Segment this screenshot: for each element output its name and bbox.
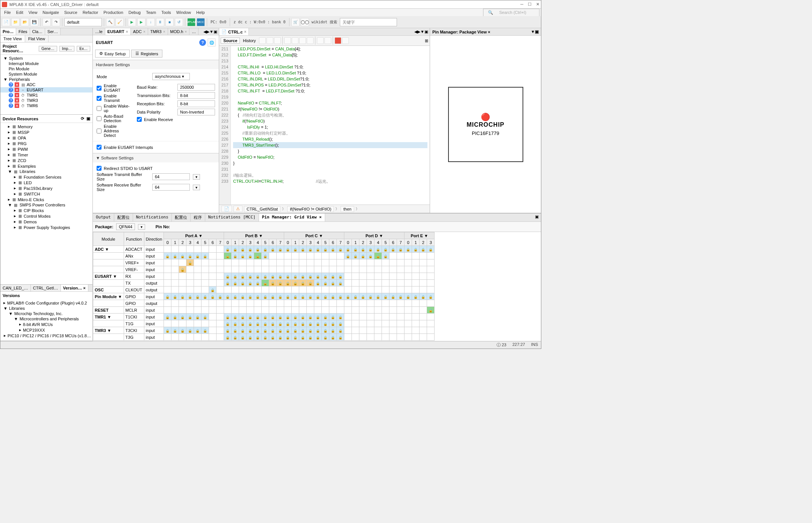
- pin-cell[interactable]: [239, 246, 247, 253]
- pin-cell[interactable]: [164, 259, 171, 266]
- versions-tree[interactable]: ▸ MPLAB® Code Configurator (Plugin) v4.0…: [0, 299, 92, 341]
- pin-cell[interactable]: [329, 266, 337, 273]
- pin-cell[interactable]: [269, 307, 277, 314]
- pin-cell[interactable]: [232, 293, 239, 300]
- pin-cell[interactable]: [284, 327, 292, 334]
- pin-cell[interactable]: [284, 334, 292, 341]
- pin-cell[interactable]: [292, 280, 299, 287]
- pin-cell[interactable]: [359, 320, 367, 327]
- pin-cell[interactable]: [420, 280, 427, 287]
- bottom-expand-icon[interactable]: ▣: [533, 214, 541, 221]
- pin-cell[interactable]: [299, 293, 307, 300]
- pin-cell[interactable]: [201, 253, 209, 259]
- pin-cell[interactable]: [179, 327, 186, 334]
- pin-cell[interactable]: [209, 253, 217, 259]
- pin-cell[interactable]: [329, 327, 337, 334]
- pin-cell[interactable]: [232, 314, 239, 320]
- save-button[interactable]: 💾: [30, 18, 38, 26]
- pin-cell[interactable]: [201, 280, 209, 287]
- redirect-stdio-check[interactable]: [97, 166, 102, 171]
- sw-settings-header[interactable]: ▼ Software Settings: [93, 153, 219, 162]
- pin-cell[interactable]: [262, 280, 269, 287]
- pin-cell[interactable]: [239, 320, 247, 327]
- pin-cell[interactable]: [359, 273, 367, 280]
- device-item[interactable]: ▸ ▦ ZCD: [0, 158, 92, 163]
- pin-cell[interactable]: [284, 300, 292, 307]
- pin-cell[interactable]: [404, 246, 412, 253]
- pin-cell[interactable]: [194, 327, 201, 334]
- pin-cell[interactable]: [269, 320, 277, 327]
- pin-cell[interactable]: [404, 273, 412, 280]
- pin-cell[interactable]: [254, 334, 262, 341]
- doctab-more[interactable]: …: [189, 28, 198, 35]
- pin-cell[interactable]: [344, 293, 352, 300]
- pin-cell[interactable]: [179, 320, 186, 327]
- pin-cell[interactable]: [412, 320, 420, 327]
- pin-cell[interactable]: [420, 259, 427, 266]
- pin-cell[interactable]: [194, 246, 201, 253]
- doctab-tmr3[interactable]: TMR3×: [148, 28, 168, 35]
- pin-cell[interactable]: [254, 280, 262, 287]
- code-tool-5[interactable]: [292, 37, 298, 44]
- pin-cell[interactable]: [322, 253, 329, 259]
- pin-cell[interactable]: [186, 300, 194, 307]
- pin-cell[interactable]: [224, 287, 232, 293]
- pin-cell[interactable]: [277, 259, 284, 266]
- pause-button[interactable]: ⏸: [156, 18, 164, 26]
- pin-cell[interactable]: [344, 266, 352, 273]
- pin-cell[interactable]: [179, 293, 186, 300]
- pin-cell[interactable]: [299, 314, 307, 320]
- pin-cell[interactable]: [224, 307, 232, 314]
- pin-cell[interactable]: [171, 266, 179, 273]
- pin-cell[interactable]: [412, 246, 420, 253]
- close-button[interactable]: ✕: [536, 2, 539, 7]
- pin-cell[interactable]: [224, 293, 232, 300]
- pin-cell[interactable]: [427, 287, 435, 293]
- cart-icon[interactable]: 🛒: [291, 18, 300, 26]
- pin-cell[interactable]: [344, 287, 352, 293]
- pin-cell[interactable]: [352, 334, 359, 341]
- package-select[interactable]: QFN44: [116, 223, 135, 230]
- pin-cell[interactable]: [224, 266, 232, 273]
- pin-cell[interactable]: [329, 300, 337, 307]
- minimize-button[interactable]: ─: [520, 2, 523, 7]
- pin-cell[interactable]: [299, 307, 307, 314]
- pin-cell[interactable]: [314, 307, 322, 314]
- pin-cell[interactable]: [367, 320, 374, 327]
- pin-cell[interactable]: [171, 253, 179, 259]
- pin-cell[interactable]: [420, 253, 427, 259]
- pin-cell[interactable]: [217, 280, 224, 287]
- code-tool-1[interactable]: [259, 37, 266, 44]
- version-item[interactable]: ▸ MCP19XXX: [0, 327, 92, 333]
- pin-cell[interactable]: [269, 246, 277, 253]
- subtab-flat[interactable]: Flat View: [25, 35, 48, 42]
- pin-cell[interactable]: [299, 287, 307, 293]
- pin-cell[interactable]: [171, 320, 179, 327]
- pin-cell[interactable]: [164, 266, 171, 273]
- pin-cell[interactable]: [292, 307, 299, 314]
- pin-cell[interactable]: [382, 307, 389, 314]
- pin-cell[interactable]: [224, 246, 232, 253]
- pin-cell[interactable]: [352, 253, 359, 259]
- pin-cell[interactable]: [374, 253, 382, 259]
- history-tab[interactable]: History: [241, 38, 258, 43]
- pin-cell[interactable]: [262, 259, 269, 266]
- device-tree[interactable]: ▸ ▦ Memory▸ ▦ MSSP▸ ▦ OPA▸ ▦ PRG▸ ▦ PWM▸…: [0, 123, 92, 284]
- pin-cell[interactable]: [171, 300, 179, 307]
- pin-cell[interactable]: [217, 320, 224, 327]
- pin-cell[interactable]: [329, 293, 337, 300]
- pin-cell[interactable]: [420, 287, 427, 293]
- mplab-icon[interactable]: MPLAB: [187, 18, 195, 26]
- pin-cell[interactable]: [217, 287, 224, 293]
- bottab-notif1[interactable]: Notifications: [133, 214, 172, 221]
- pin-cell[interactable]: [254, 287, 262, 293]
- pin-cell[interactable]: [171, 307, 179, 314]
- pin-cell[interactable]: [247, 253, 254, 259]
- pin-cell[interactable]: [239, 280, 247, 287]
- pin-cell[interactable]: [314, 259, 322, 266]
- pin-cell[interactable]: [164, 280, 171, 287]
- pin-cell[interactable]: [254, 253, 262, 259]
- pin-cell[interactable]: [179, 314, 186, 320]
- pin-cell[interactable]: [352, 314, 359, 320]
- pin-cell[interactable]: [389, 300, 397, 307]
